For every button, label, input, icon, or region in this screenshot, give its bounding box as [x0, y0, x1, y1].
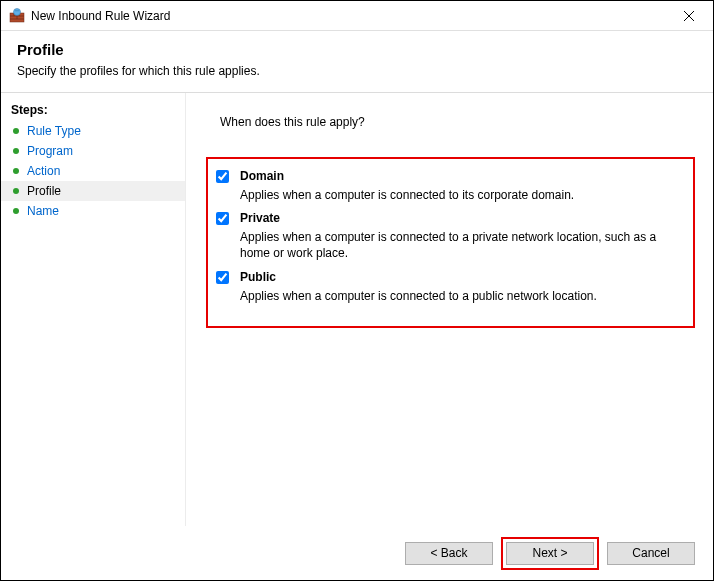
domain-text-col: Domain Applies when a computer is connec…	[240, 169, 683, 203]
step-rule-type[interactable]: Rule Type	[1, 121, 185, 141]
wizard-window: New Inbound Rule Wizard Profile Specify …	[0, 0, 714, 581]
step-label: Profile	[27, 184, 61, 198]
wizard-footer: < Back Next > Cancel	[1, 526, 713, 580]
steps-header: Steps:	[1, 99, 185, 121]
content-pane: When does this rule apply? Domain Applie…	[186, 93, 713, 526]
step-label: Action	[27, 164, 60, 178]
question-text: When does this rule apply?	[220, 115, 689, 129]
close-button[interactable]	[666, 2, 711, 30]
private-description: Applies when a computer is connected to …	[240, 229, 683, 261]
domain-description: Applies when a computer is connected to …	[240, 187, 683, 203]
step-profile[interactable]: Profile	[1, 181, 185, 201]
public-description: Applies when a computer is connected to …	[240, 288, 683, 304]
page-title: Profile	[17, 41, 697, 58]
profile-private-row: Private Applies when a computer is conne…	[212, 211, 683, 261]
public-checkbox[interactable]	[216, 271, 229, 284]
step-label: Name	[27, 204, 59, 218]
wizard-header: Profile Specify the profiles for which t…	[1, 31, 713, 92]
step-label: Rule Type	[27, 124, 81, 138]
profile-highlight-box: Domain Applies when a computer is connec…	[206, 157, 695, 328]
domain-checkbox[interactable]	[216, 170, 229, 183]
private-label: Private	[240, 211, 683, 225]
domain-label: Domain	[240, 169, 683, 183]
step-action[interactable]: Action	[1, 161, 185, 181]
step-program[interactable]: Program	[1, 141, 185, 161]
next-button[interactable]: Next >	[506, 542, 594, 565]
steps-sidebar: Steps: Rule Type Program Action Profile …	[1, 93, 186, 526]
close-icon	[684, 11, 694, 21]
next-highlight-box: Next >	[501, 537, 599, 570]
step-label: Program	[27, 144, 73, 158]
cancel-button[interactable]: Cancel	[607, 542, 695, 565]
profile-public-row: Public Applies when a computer is connec…	[212, 270, 683, 304]
bullet-icon	[13, 148, 19, 154]
bullet-icon	[13, 128, 19, 134]
bullet-icon	[13, 208, 19, 214]
public-text-col: Public Applies when a computer is connec…	[240, 270, 683, 304]
public-label: Public	[240, 270, 683, 284]
profile-domain-row: Domain Applies when a computer is connec…	[212, 169, 683, 203]
bullet-icon	[13, 168, 19, 174]
page-subtitle: Specify the profiles for which this rule…	[17, 64, 697, 78]
titlebar: New Inbound Rule Wizard	[1, 1, 713, 31]
firewall-icon	[9, 8, 25, 24]
window-title: New Inbound Rule Wizard	[31, 9, 666, 23]
private-checkbox[interactable]	[216, 212, 229, 225]
wizard-body: Steps: Rule Type Program Action Profile …	[1, 93, 713, 526]
svg-point-6	[14, 8, 21, 15]
back-button[interactable]: < Back	[405, 542, 493, 565]
private-text-col: Private Applies when a computer is conne…	[240, 211, 683, 261]
step-name[interactable]: Name	[1, 201, 185, 221]
bullet-icon	[13, 188, 19, 194]
